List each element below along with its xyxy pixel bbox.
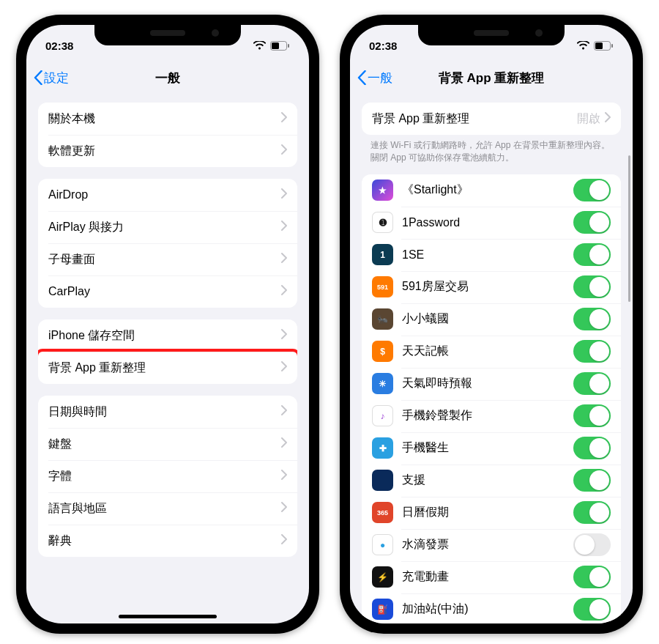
- toggle-switch[interactable]: [573, 179, 611, 201]
- chevron-right-icon: [281, 144, 287, 158]
- chevron-right-icon: [605, 112, 611, 125]
- toggle-switch[interactable]: [573, 243, 611, 266]
- toggle-switch[interactable]: [573, 372, 611, 395]
- toggle-switch[interactable]: [573, 566, 611, 588]
- toggle-switch[interactable]: [573, 211, 611, 234]
- app-row: 11SE: [362, 239, 621, 271]
- app-row: 🐜小小蟻國: [362, 303, 621, 336]
- app-icon: 591: [372, 276, 393, 297]
- app-icon: ✚: [372, 437, 393, 459]
- bg-refresh-content[interactable]: 背景 App 重新整理開啟連接 Wi-Fi 或行動網路時，允許 App 在背景中…: [350, 89, 633, 623]
- settings-row[interactable]: 子母畫面: [38, 243, 297, 275]
- app-icon: $: [372, 341, 393, 362]
- row-label: 辭典: [48, 533, 281, 549]
- chevron-right-icon: [281, 285, 287, 298]
- app-row: 365日曆假期: [362, 497, 621, 529]
- back-button[interactable]: 一般: [357, 70, 392, 86]
- toggle-switch[interactable]: [573, 340, 611, 363]
- app-name: 充電動畫: [402, 569, 573, 585]
- app-name: 天氣即時預報: [402, 376, 573, 391]
- settings-row[interactable]: 鍵盤: [38, 428, 297, 460]
- app-icon: 1: [372, 244, 393, 265]
- svg-rect-4: [595, 42, 603, 49]
- app-name: 《Starlight》: [402, 182, 573, 198]
- app-row: ➊1Password: [362, 207, 621, 239]
- chevron-right-icon: [281, 329, 287, 342]
- toggle-switch[interactable]: [573, 501, 611, 524]
- row-label: 關於本機: [48, 111, 281, 127]
- settings-content[interactable]: 關於本機軟體更新AirDropAirPlay 與接力子母畫面CarPlayiPh…: [26, 89, 309, 623]
- settings-row[interactable]: CarPlay: [38, 275, 297, 308]
- row-label: 背景 App 重新整理: [372, 111, 577, 127]
- app-row: $天天記帳: [362, 336, 621, 368]
- settings-group: 關於本機軟體更新: [38, 103, 297, 167]
- app-icon: ⛽: [372, 599, 393, 620]
- toggle-switch[interactable]: [573, 469, 611, 492]
- toggle-switch[interactable]: [573, 598, 611, 621]
- chevron-left-icon: [357, 70, 366, 85]
- app-icon: ⚡: [372, 566, 393, 588]
- app-icon: ★: [372, 179, 393, 201]
- app-name: 日曆假期: [402, 505, 573, 520]
- app-name: 手機醫生: [402, 440, 573, 456]
- app-row: 支援: [362, 465, 621, 497]
- app-row: 591591房屋交易: [362, 271, 621, 303]
- app-row: ●水滴發票: [362, 529, 621, 561]
- back-button[interactable]: 設定: [34, 70, 69, 86]
- settings-row[interactable]: AirDrop: [38, 179, 297, 211]
- app-row: ♪手機鈴聲製作: [362, 400, 621, 432]
- svg-rect-5: [611, 44, 613, 48]
- app-name: 小小蟻國: [402, 311, 573, 327]
- app-name: 1SE: [402, 248, 573, 262]
- settings-group: iPhone 儲存空間背景 App 重新整理: [38, 319, 297, 384]
- toggle-switch[interactable]: [573, 404, 611, 427]
- app-row: ☀天氣即時預報: [362, 368, 621, 400]
- settings-row[interactable]: 背景 App 重新整理: [38, 352, 297, 384]
- app-name: 加油站(中油): [402, 602, 573, 617]
- app-row: ⚡充電動畫: [362, 561, 621, 593]
- row-label: 字體: [48, 469, 281, 484]
- chevron-right-icon: [281, 502, 287, 515]
- app-name: 1Password: [402, 216, 573, 229]
- settings-row[interactable]: 關於本機: [38, 103, 297, 135]
- row-label: iPhone 儲存空間: [48, 328, 281, 344]
- app-icon: ♪: [372, 405, 393, 426]
- app-name: 天天記帳: [402, 344, 573, 359]
- row-label: 子母畫面: [48, 252, 281, 267]
- app-icon: 🐜: [372, 308, 393, 330]
- phone-right: 02:38 一般 背景 App 重新整理: [340, 15, 643, 634]
- settings-row[interactable]: 辭典: [38, 525, 297, 557]
- scroll-indicator[interactable]: [628, 155, 630, 302]
- app-icon: ☀: [372, 373, 393, 394]
- settings-row[interactable]: 語言與地區: [38, 492, 297, 525]
- row-label: CarPlay: [48, 285, 281, 298]
- toggle-switch[interactable]: [573, 437, 611, 459]
- settings-row[interactable]: AirPlay 與接力: [38, 211, 297, 243]
- row-label: 軟體更新: [48, 144, 281, 159]
- bg-refresh-master-row[interactable]: 背景 App 重新整理開啟: [362, 103, 621, 135]
- description-text: 連接 Wi-Fi 或行動網路時，允許 App 在背景中重新整理內容。關閉 App…: [350, 135, 633, 164]
- app-name: 手機鈴聲製作: [402, 408, 573, 423]
- settings-row[interactable]: iPhone 儲存空間: [38, 319, 297, 352]
- app-row: ✚手機醫生: [362, 432, 621, 465]
- notch: [418, 25, 565, 45]
- settings-row[interactable]: 日期與時間: [38, 396, 297, 428]
- chevron-right-icon: [281, 221, 287, 234]
- toggle-switch[interactable]: [573, 533, 611, 556]
- battery-icon: [270, 41, 290, 51]
- toggle-switch[interactable]: [573, 275, 611, 298]
- row-label: AirDrop: [48, 188, 281, 201]
- toggle-switch[interactable]: [573, 308, 611, 330]
- status-time: 02:38: [369, 40, 397, 52]
- settings-row[interactable]: 字體: [38, 460, 297, 492]
- app-name: 591房屋交易: [402, 279, 573, 295]
- chevron-left-icon: [34, 70, 42, 85]
- notch: [94, 25, 241, 45]
- row-label: 語言與地區: [48, 501, 281, 517]
- back-label: 一般: [368, 70, 392, 86]
- chevron-right-icon: [281, 437, 287, 451]
- settings-row[interactable]: 軟體更新: [38, 135, 297, 167]
- app-list: ★《Starlight》➊1Password11SE591591房屋交易🐜小小蟻…: [362, 174, 621, 623]
- row-value: 開啟: [577, 111, 600, 127]
- home-indicator[interactable]: [119, 615, 217, 618]
